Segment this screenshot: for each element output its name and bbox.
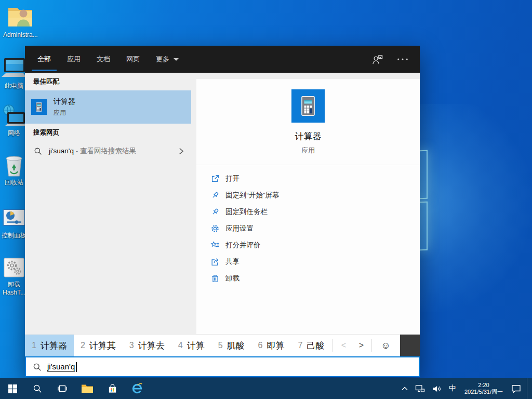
action-label: 打开 — [225, 174, 240, 183]
action-center-button[interactable] — [508, 378, 525, 399]
pin-icon — [210, 191, 220, 200]
tab-documents[interactable]: 文档 — [97, 46, 110, 73]
app-actions-list: 打开 固定到“开始”屏幕 固定到任务栏 — [196, 165, 420, 287]
candidate-number: 7 — [298, 341, 302, 350]
task-view-button[interactable] — [50, 378, 75, 399]
candidate-word: 己酸 — [307, 340, 324, 352]
network-status-button[interactable] — [411, 378, 429, 399]
search-header: 全部 应用 文档 网页 更多 — [25, 46, 420, 73]
candidate-word: 即算 — [267, 340, 284, 352]
ime-bar-end-block — [400, 335, 420, 356]
best-match-title: 计算器 — [54, 97, 75, 107]
web-search-header: 搜索网页 — [33, 128, 191, 137]
ime-candidate-6[interactable]: 6 即算 — [251, 335, 291, 356]
rate-review-star-icon — [210, 241, 220, 250]
system-tray: 中 2:20 2021/5/31/周一 — [398, 378, 532, 399]
ime-candidate-7[interactable]: 7 己酸 — [291, 335, 331, 356]
action-app-settings[interactable]: 应用设置 — [210, 220, 420, 237]
candidate-number: 1 — [32, 341, 36, 350]
microsoft-store-button[interactable] — [100, 378, 125, 399]
action-label: 卸载 — [225, 274, 240, 283]
action-uninstall[interactable]: 卸载 — [210, 270, 420, 287]
candidate-number: 2 — [81, 341, 85, 350]
store-bag-icon — [108, 384, 117, 394]
task-view-icon — [58, 384, 67, 393]
best-match-header: 最佳匹配 — [33, 77, 191, 86]
action-center-icon — [511, 384, 521, 393]
windows-logo-icon — [8, 384, 17, 393]
tab-more[interactable]: 更多 — [156, 46, 179, 73]
action-label: 固定到任务栏 — [225, 207, 268, 217]
share-icon — [210, 257, 220, 267]
action-pin-to-start[interactable]: 固定到“开始”屏幕 — [210, 187, 420, 204]
action-rate-review[interactable]: 打分并评价 — [210, 237, 420, 254]
tab-web[interactable]: 网页 — [126, 46, 140, 73]
more-options-ellipsis-icon[interactable] — [397, 58, 408, 61]
ime-emoji-button[interactable]: ☺ — [374, 335, 397, 356]
taskbar-search-button[interactable] — [25, 378, 50, 399]
start-button[interactable] — [0, 378, 25, 399]
chevron-up-icon — [402, 387, 408, 391]
taskbar-clock[interactable]: 2:20 2021/5/31/周一 — [460, 378, 508, 399]
candidate-number: 6 — [258, 341, 263, 350]
web-search-suggestion[interactable]: ji'suan'q - 查看网络搜索结果 — [25, 140, 191, 163]
internet-explorer-icon — [130, 382, 144, 395]
app-title: 计算器 — [196, 130, 420, 142]
candidate-number: 5 — [218, 341, 223, 350]
user-account-icon[interactable] — [371, 54, 383, 65]
action-label: 固定到“开始”屏幕 — [225, 191, 280, 200]
candidate-number: 4 — [178, 341, 183, 350]
ime-candidate-2[interactable]: 2 计算其 — [74, 335, 123, 356]
tray-overflow-chevron-button[interactable] — [398, 378, 411, 399]
search-input-composition-text: ji'suan'q — [47, 362, 75, 372]
divider — [371, 339, 372, 352]
tab-label: 网页 — [126, 55, 140, 64]
action-share[interactable]: 共享 — [210, 254, 420, 270]
file-explorer-button[interactable] — [75, 378, 100, 399]
ime-candidate-3[interactable]: 3 计算去 — [123, 335, 171, 356]
ime-prev-page-button[interactable]: < — [335, 335, 352, 356]
candidate-word: 计算 — [187, 340, 205, 352]
network-icon — [1, 103, 28, 128]
desktop-icon-administrator[interactable]: Administra... — [3, 3, 37, 38]
ime-candidate-5[interactable]: 5 肌酸 — [211, 335, 251, 356]
clock-time: 2:20 — [478, 382, 489, 389]
folder-icon — [81, 383, 94, 394]
calculator-app-tile-large — [291, 89, 325, 123]
calculator-icon — [33, 101, 45, 113]
search-input[interactable]: ji'suan'q — [25, 356, 420, 377]
chevron-down-icon — [174, 58, 179, 61]
show-desktop-button[interactable] — [527, 378, 532, 399]
tab-label: 更多 — [156, 55, 169, 64]
search-icon — [33, 384, 42, 393]
ime-candidate-4[interactable]: 4 计算 — [171, 335, 211, 356]
tab-label: 应用 — [67, 55, 81, 64]
action-pin-to-taskbar[interactable]: 固定到任务栏 — [210, 204, 420, 220]
candidate-word: 肌酸 — [227, 340, 245, 352]
ime-next-page-button[interactable]: > — [352, 335, 370, 356]
best-match-subtitle: 应用 — [54, 109, 75, 117]
action-open[interactable]: 打开 — [210, 170, 420, 187]
best-match-result-calculator[interactable]: 计算器 应用 — [25, 90, 191, 124]
windows-search-flyout: 全部 应用 文档 网页 更多 最佳匹配 — [25, 46, 420, 377]
chevron-right-icon — [178, 147, 184, 156]
ime-candidate-1[interactable]: 1 计算器 — [25, 335, 74, 356]
internet-explorer-button[interactable] — [125, 378, 150, 399]
web-suggestion-suffix: - 查看网络搜索结果 — [74, 147, 136, 155]
tab-all[interactable]: 全部 — [37, 46, 51, 73]
app-preview-card: 计算器 应用 打开 固定到“开始”屏幕 — [196, 79, 420, 334]
tab-apps[interactable]: 应用 — [67, 46, 81, 73]
candidate-word: 计算其 — [89, 340, 116, 352]
ime-language-indicator[interactable]: 中 — [445, 378, 460, 399]
recycle-bin-icon — [1, 152, 28, 178]
candidate-word: 计算去 — [138, 340, 165, 352]
calculator-icon — [296, 94, 321, 118]
volume-button[interactable] — [429, 378, 445, 399]
action-label: 应用设置 — [225, 224, 254, 233]
wallpaper-logo-pane — [419, 150, 428, 200]
uninstaller-gears-icon — [2, 257, 26, 280]
ime-candidate-bar: 1 计算器 2 计算其 3 计算去 4 计算 5 肌酸 6 即算 7 己酸 < … — [25, 334, 420, 356]
desktop-icon-label: Administra... — [3, 31, 37, 38]
speaker-icon — [432, 385, 442, 393]
open-icon — [210, 174, 220, 183]
